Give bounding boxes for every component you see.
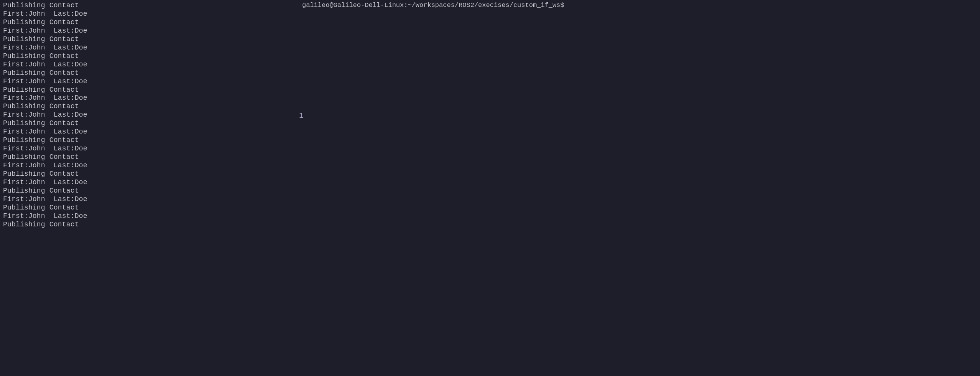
terminal-title: galileo@Galileo-Dell-Linux:~/Workspaces/… xyxy=(298,0,980,10)
terminal-line: First:John Last:Doe xyxy=(3,61,295,69)
terminal-line: Publishing Contact xyxy=(3,69,295,78)
terminal-line: First:John Last:Doe xyxy=(3,212,295,221)
terminal-line: First:John Last:Doe xyxy=(3,162,295,170)
terminal-line: First:John Last:Doe xyxy=(3,145,295,153)
left-terminal: Publishing ContactFirst:John Last:DoePub… xyxy=(0,0,298,376)
terminal-line: First:John Last:Doe xyxy=(3,178,295,187)
right-terminal: galileo@Galileo-Dell-Linux:~/Workspaces/… xyxy=(298,0,980,376)
terminal-line: First:John Last:Doe xyxy=(3,128,295,136)
terminal-line: Publishing Contact xyxy=(3,2,295,10)
terminal-line: Publishing Contact xyxy=(3,119,295,128)
terminal-line: First:John Last:Doe xyxy=(3,111,295,119)
terminal-line: First:John Last:Doe xyxy=(3,195,295,204)
terminal-line: Publishing Contact xyxy=(3,18,295,27)
terminal-line: Publishing Contact xyxy=(3,86,295,94)
terminal-line: First:John Last:Doe xyxy=(3,44,295,52)
terminal-line: Publishing Contact xyxy=(3,153,295,162)
scroll-indicator: 1 xyxy=(299,111,304,120)
terminal-line: First:John Last:Doe xyxy=(3,10,295,18)
terminal-line: First:John Last:Doe xyxy=(3,78,295,86)
terminal-line: Publishing Contact xyxy=(3,136,295,145)
terminal-line: Publishing Contact xyxy=(3,35,295,44)
terminal-line: Publishing Contact xyxy=(3,187,295,195)
left-terminal-content: Publishing ContactFirst:John Last:DoePub… xyxy=(3,2,295,229)
terminal-line: Publishing Contact xyxy=(3,52,295,61)
terminal-line: First:John Last:Doe xyxy=(3,27,295,35)
terminal-line: Publishing Contact xyxy=(3,221,295,229)
terminal-line: Publishing Contact xyxy=(3,170,295,178)
terminal-line: First:John Last:Doe xyxy=(3,94,295,102)
terminal-line: Publishing Contact xyxy=(3,204,295,212)
terminal-line: Publishing Contact xyxy=(3,102,295,111)
